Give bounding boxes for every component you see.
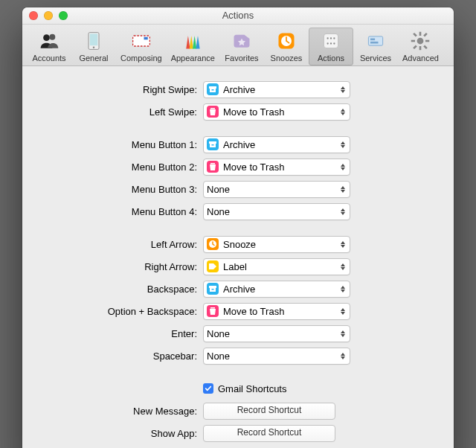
swipe-select[interactable]: Archive [203, 81, 350, 98]
svg-rect-25 [424, 45, 428, 50]
swipe-row: Right Swipe:Archive [45, 80, 431, 99]
toolbar-tab-composing[interactable]: Composing [116, 28, 167, 65]
key-group: Left Arrow:SnoozeRight Arrow:LabelBacksp… [45, 234, 431, 365]
key-row: Right Arrow:Label [45, 257, 431, 276]
svg-rect-28 [209, 86, 216, 89]
actions-icon [319, 29, 343, 53]
key-label: Backspace: [45, 284, 203, 295]
menu-button-value: None [207, 184, 230, 195]
swipe-label: Left Swipe: [45, 106, 203, 118]
toolbar-tab-services[interactable]: Services [353, 28, 398, 65]
chevron-updown-icon [338, 82, 347, 97]
key-select[interactable]: None [203, 348, 350, 365]
toolbar-tab-appearance[interactable]: Appearance [167, 28, 219, 65]
menu-button-value: Move to Trash [223, 161, 284, 173]
zoom-window-button[interactable] [59, 11, 68, 20]
svg-point-11 [330, 37, 332, 39]
key-value: Snooze [223, 239, 256, 250]
chevron-updown-icon [338, 281, 347, 297]
svg-rect-6 [144, 37, 147, 40]
key-label: Left Arrow: [45, 239, 203, 250]
snoozes-icon [274, 29, 298, 53]
composing-icon [129, 29, 153, 53]
svg-point-4 [93, 47, 94, 48]
svg-point-1 [49, 34, 55, 40]
close-window-button[interactable] [29, 11, 38, 20]
swipe-value: Move to Trash [223, 106, 284, 118]
chevron-updown-icon [338, 259, 347, 275]
svg-rect-31 [210, 108, 215, 109]
record-shortcut-new-message[interactable]: Record Shortcut [203, 403, 335, 420]
label-icon [207, 260, 219, 272]
menu-button-select[interactable]: Move to Trash [203, 159, 350, 176]
chevron-updown-icon [338, 237, 347, 252]
swipe-select[interactable]: Move to Trash [203, 103, 350, 121]
chevron-updown-icon [338, 326, 347, 342]
key-value: Archive [223, 284, 255, 295]
gmail-shortcuts-checkbox[interactable]: Gmail Shortcuts [203, 383, 286, 394]
accounts-icon [37, 29, 61, 53]
checkbox-checked-icon [203, 383, 213, 394]
key-select[interactable]: Snooze [203, 236, 350, 253]
key-select[interactable]: Label [203, 258, 350, 275]
services-icon [364, 29, 387, 53]
key-label: Enter: [45, 328, 203, 339]
swipe-row: Left Swipe:Move to Trash [45, 102, 431, 121]
key-row: Option + Backspace:Move to Trash [45, 301, 431, 321]
svg-point-15 [333, 42, 335, 44]
minimize-window-button[interactable] [44, 11, 53, 20]
menu-button-select[interactable]: Archive [203, 136, 350, 153]
svg-rect-40 [210, 307, 215, 309]
svg-rect-23 [425, 40, 429, 42]
key-row: Backspace:Archive [45, 279, 431, 298]
toolbar-tab-accounts[interactable]: Accounts [27, 28, 71, 65]
key-row: Enter:None [45, 324, 431, 343]
menu-button-group: Menu Button 1:ArchiveMenu Button 2:Move … [45, 135, 431, 221]
chevron-updown-icon [338, 159, 347, 175]
svg-rect-34 [212, 144, 214, 146]
svg-rect-30 [212, 89, 214, 91]
key-value: Move to Trash [223, 306, 284, 317]
menu-button-row: Menu Button 1:Archive [45, 135, 431, 154]
menu-button-label: Menu Button 3: [45, 184, 203, 195]
archive-icon [207, 83, 219, 95]
new-message-label: New Message: [45, 406, 203, 417]
key-value: None [207, 328, 230, 339]
toolbar-tab-snoozes[interactable]: Snoozes [264, 28, 309, 65]
record-shortcut-show-app[interactable]: Record Shortcut [203, 425, 335, 442]
svg-rect-27 [414, 45, 418, 50]
chevron-updown-icon [338, 304, 347, 319]
chevron-updown-icon [338, 137, 347, 153]
toolbar-tab-general[interactable]: General [71, 28, 116, 65]
toolbar-tab-actions[interactable]: Actions [309, 28, 353, 65]
window-controls [29, 11, 68, 20]
svg-point-13 [327, 42, 328, 44]
appearance-icon [181, 29, 205, 53]
advanced-icon [408, 29, 432, 53]
key-value: Label [223, 261, 247, 272]
key-select[interactable]: Move to Trash [203, 303, 350, 320]
menu-button-label: Menu Button 4: [45, 206, 203, 217]
swipe-value: Archive [223, 84, 255, 95]
chevron-updown-icon [338, 104, 347, 120]
svg-point-14 [330, 42, 332, 44]
menu-button-select[interactable]: None [203, 181, 350, 198]
svg-point-0 [43, 34, 50, 41]
toolbar-tab-advanced[interactable]: Advanced [398, 28, 443, 65]
svg-rect-16 [368, 36, 382, 45]
svg-rect-35 [210, 163, 215, 164]
titlebar: Actions [22, 7, 454, 25]
menu-button-value: None [207, 206, 230, 217]
menu-button-select[interactable]: None [203, 203, 350, 220]
menu-button-row: Menu Button 2:Move to Trash [45, 157, 431, 176]
key-label: Spacebar: [45, 351, 203, 362]
key-select[interactable]: Archive [203, 281, 350, 298]
chevron-updown-icon [338, 204, 347, 220]
svg-rect-21 [419, 46, 422, 50]
svg-rect-37 [209, 286, 216, 288]
trash-icon [207, 305, 219, 317]
key-select[interactable]: None [203, 325, 350, 342]
window-title: Actions [22, 7, 454, 24]
svg-rect-3 [90, 33, 98, 45]
toolbar-tab-favorites[interactable]: Favorites [219, 28, 264, 65]
